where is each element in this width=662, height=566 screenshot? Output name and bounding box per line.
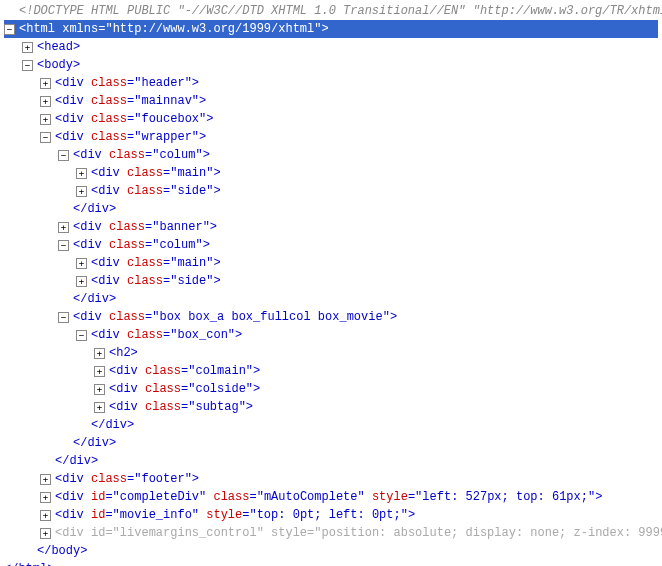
expand-icon[interactable]: + (22, 42, 33, 53)
close-boxcon: </div> (4, 416, 658, 434)
expand-icon[interactable]: + (76, 258, 87, 269)
expand-icon[interactable]: + (94, 348, 105, 359)
expand-icon[interactable]: + (40, 78, 51, 89)
node-footer[interactable]: + <div class="footer"> (4, 470, 658, 488)
node-foucebox[interactable]: + <div class="foucebox"> (4, 110, 658, 128)
node-banner[interactable]: + <div class="banner"> (4, 218, 658, 236)
node-colside[interactable]: + <div class="colside"> (4, 380, 658, 398)
node-body[interactable]: − <body> (4, 56, 658, 74)
expand-icon[interactable]: + (40, 96, 51, 107)
expand-icon[interactable]: + (40, 474, 51, 485)
node-h2[interactable]: + <h2> (4, 344, 658, 362)
close-colum1: </div> (4, 200, 658, 218)
collapse-icon[interactable]: − (58, 312, 69, 323)
node-main1[interactable]: + <div class="main"> (4, 164, 658, 182)
node-side1[interactable]: + <div class="side"> (4, 182, 658, 200)
close-body: </body> (4, 542, 658, 560)
node-subtag[interactable]: + <div class="subtag"> (4, 398, 658, 416)
expand-icon[interactable]: + (94, 402, 105, 413)
node-movieinfo[interactable]: + <div id="movie_info" style="top: 0pt; … (4, 506, 658, 524)
node-head[interactable]: + <head> (4, 38, 658, 56)
expand-icon[interactable]: + (94, 384, 105, 395)
node-colum2[interactable]: − <div class="colum"> (4, 236, 658, 254)
expand-icon[interactable]: + (76, 186, 87, 197)
node-boxcon[interactable]: − <div class="box_con"> (4, 326, 658, 344)
node-header[interactable]: + <div class="header"> (4, 74, 658, 92)
node-main2[interactable]: + <div class="main"> (4, 254, 658, 272)
node-mainnav[interactable]: + <div class="mainnav"> (4, 92, 658, 110)
expand-icon[interactable]: + (58, 222, 69, 233)
doctype-text: <!DOCTYPE HTML PUBLIC "-//W3C//DTD XHTML… (19, 2, 662, 20)
expand-icon[interactable]: + (76, 168, 87, 179)
node-html[interactable]: − <html xmlns="http://www.w3.org/1999/xh… (4, 20, 658, 38)
expand-icon[interactable]: + (40, 114, 51, 125)
close-html: </html> (4, 560, 658, 566)
node-completeDiv[interactable]: + <div id="completeDiv" class="mAutoComp… (4, 488, 658, 506)
node-box[interactable]: − <div class="box box_a box_fullcol box_… (4, 308, 658, 326)
collapse-icon[interactable]: − (22, 60, 33, 71)
node-livemargins[interactable]: + <div id="livemargins_control" style="p… (4, 524, 658, 542)
node-wrapper[interactable]: − <div class="wrapper"> (4, 128, 658, 146)
close-box: </div> (4, 434, 658, 452)
collapse-icon[interactable]: − (76, 330, 87, 341)
expand-icon[interactable]: + (40, 492, 51, 503)
collapse-icon[interactable]: − (58, 240, 69, 251)
node-colum1[interactable]: − <div class="colum"> (4, 146, 658, 164)
expand-icon[interactable]: + (94, 366, 105, 377)
close-wrapper: </div> (4, 452, 658, 470)
node-colmain[interactable]: + <div class="colmain"> (4, 362, 658, 380)
collapse-icon[interactable]: − (58, 150, 69, 161)
dom-tree: <!DOCTYPE HTML PUBLIC "-//W3C//DTD XHTML… (0, 0, 662, 566)
expand-icon[interactable]: + (40, 528, 51, 539)
close-colum2: </div> (4, 290, 658, 308)
collapse-icon[interactable]: − (4, 24, 15, 35)
collapse-icon[interactable]: − (40, 132, 51, 143)
expand-icon[interactable]: + (76, 276, 87, 287)
expand-icon[interactable]: + (40, 510, 51, 521)
doctype-line: <!DOCTYPE HTML PUBLIC "-//W3C//DTD XHTML… (4, 2, 658, 20)
node-side2[interactable]: + <div class="side"> (4, 272, 658, 290)
